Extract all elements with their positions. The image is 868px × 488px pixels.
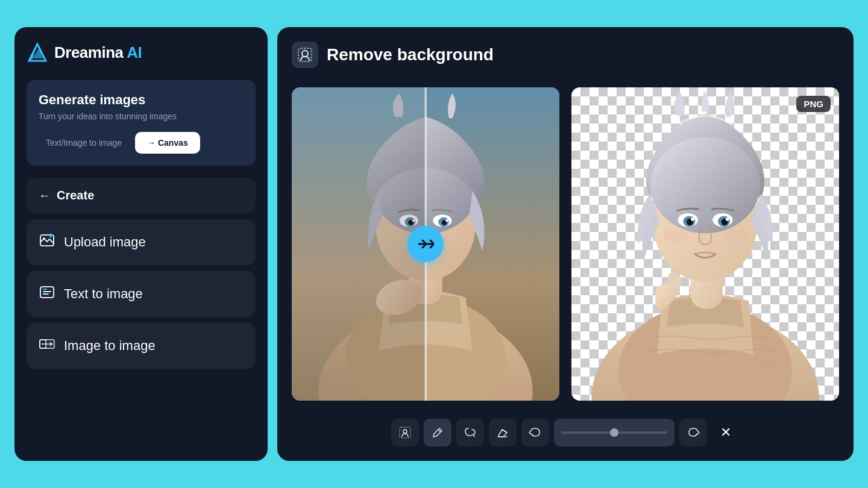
upload-image-icon (39, 233, 55, 252)
result-image-container: PNG (571, 87, 839, 401)
svg-rect-50 (400, 427, 410, 438)
close-button[interactable]: ✕ (712, 419, 740, 446)
upload-image-item[interactable]: Upload image (27, 219, 256, 265)
undo-tool-button[interactable] (521, 419, 549, 446)
text-image-button[interactable]: Text/Image to image (39, 133, 129, 152)
image-to-image-icon (39, 336, 55, 355)
generate-card: Generate images Turn your ideas into stu… (27, 80, 256, 166)
redo-tool-button[interactable] (679, 419, 707, 446)
image-to-image-label: Image to image (64, 338, 156, 354)
result-portrait-svg (571, 87, 839, 401)
brush-size-slider[interactable] (561, 431, 667, 434)
png-badge: PNG (796, 96, 831, 112)
text-to-image-label: Text to image (64, 286, 143, 302)
generate-card-buttons: Text/Image to image → Canvas (39, 132, 244, 154)
process-arrow-button[interactable] (407, 226, 444, 262)
canvas-button[interactable]: → Canvas (135, 132, 200, 154)
logo-text: Dreamina AI (54, 43, 142, 62)
svg-point-44 (726, 217, 729, 221)
svg-point-36 (650, 137, 760, 233)
text-to-image-icon (39, 284, 55, 304)
generate-card-subtitle: Turn your ideas into stunning images (39, 111, 244, 121)
sidebar: Dreamina AI Generate images Turn your id… (14, 27, 268, 461)
eraser-tool-button[interactable] (489, 419, 517, 446)
create-label: ← Create (39, 189, 244, 202)
svg-point-43 (691, 217, 694, 221)
remove-bg-icon (292, 42, 318, 68)
app-container: Dreamina AI Generate images Turn your id… (0, 0, 868, 488)
svg-point-9 (302, 51, 308, 57)
create-section: ← Create (27, 178, 256, 213)
svg-point-51 (403, 430, 407, 433)
svg-point-4 (43, 237, 45, 240)
text-to-image-item[interactable]: Text to image (27, 271, 256, 317)
svg-point-48 (723, 230, 747, 243)
panel-header: Remove background (292, 42, 839, 68)
svg-point-47 (663, 230, 687, 243)
svg-point-45 (698, 239, 702, 243)
main-panel: Remove background (277, 27, 854, 461)
upload-image-label: Upload image (64, 234, 146, 250)
brush-tool-button[interactable] (424, 419, 451, 446)
logo-icon (27, 42, 48, 63)
logo-area: Dreamina AI (27, 42, 256, 63)
images-row: PNG (292, 80, 839, 408)
svg-point-26 (445, 219, 448, 222)
toolbar: ✕ (292, 408, 839, 446)
svg-point-46 (709, 239, 713, 243)
svg-rect-29 (292, 87, 426, 401)
panel-header-title: Remove background (327, 45, 494, 64)
lasso-tool-button[interactable] (456, 419, 484, 446)
result-portrait (571, 87, 839, 401)
original-image-container (292, 87, 559, 401)
person-tool-button[interactable] (391, 419, 419, 446)
image-to-image-item[interactable]: Image to image (27, 323, 256, 369)
generate-card-title: Generate images (39, 92, 244, 108)
brush-size-slider-container (554, 419, 675, 446)
back-arrow-icon: ← (39, 189, 51, 202)
